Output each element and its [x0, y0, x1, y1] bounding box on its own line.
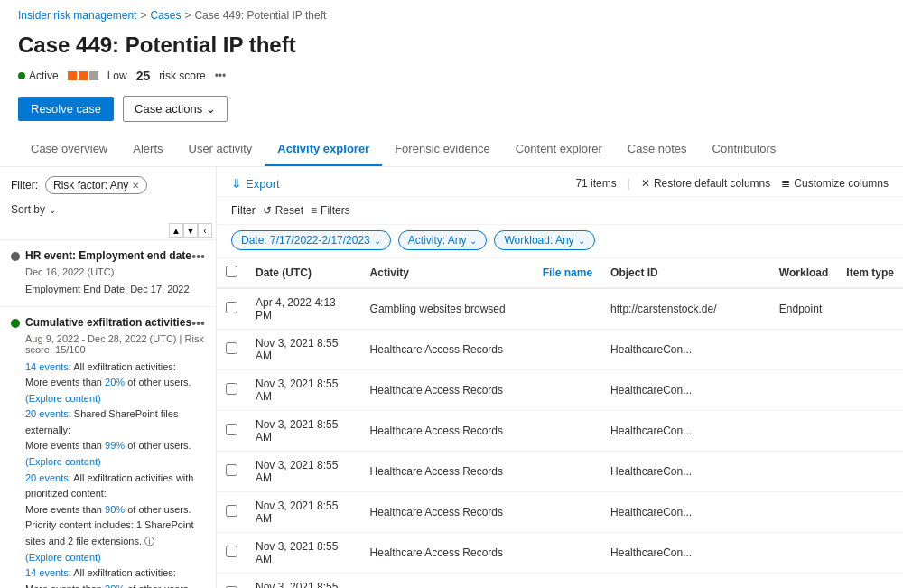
row-checkbox-cell[interactable] — [217, 288, 247, 330]
row-itemtype — [837, 492, 903, 533]
date-filter-pill[interactable]: Date: 7/17/2022-2/17/2023 ⌄ — [231, 230, 391, 250]
row-activity: Healthcare Access Records — [361, 452, 534, 492]
explore-content-link-1[interactable]: (Explore content) — [25, 393, 101, 404]
chevron-down-icon: ⌄ — [578, 236, 585, 246]
scroll-down-button[interactable]: ▼ — [183, 223, 198, 238]
row-checkbox[interactable] — [226, 505, 237, 517]
tab-activity-explorer[interactable]: Activity explorer — [265, 133, 382, 166]
row-activity: Healthcare Access Records — [361, 492, 534, 533]
row-date: Apr 4, 2022 4:13 PM — [247, 288, 361, 330]
page-title: Case 449: Potential IP theft — [0, 27, 903, 65]
tab-alerts[interactable]: Alerts — [120, 133, 175, 166]
more-options-icon[interactable]: ••• — [191, 249, 205, 264]
restore-columns-button[interactable]: ✕ Restore default columns — [641, 177, 770, 190]
event-meta: Aug 9, 2022 - Dec 28, 2022 (UTC) | Risk … — [11, 331, 205, 359]
row-filename — [534, 411, 601, 452]
breadcrumb-current: Case 449: Potential IP theft — [194, 9, 326, 22]
row-activity: Healthcare Access Records — [361, 533, 534, 574]
activity-filter-pill[interactable]: Activity: Any ⌄ — [398, 230, 488, 250]
itemtype-column-header[interactable]: Item type — [837, 258, 903, 288]
download-icon: ⇓ — [231, 176, 242, 191]
row-checkbox[interactable] — [226, 383, 237, 395]
reset-button[interactable]: ↺ Reset — [263, 204, 303, 217]
row-workload — [770, 533, 837, 574]
chevron-down-icon: ⌄ — [374, 236, 381, 246]
exfil-line-8: 14 events: All exfiltration activities: — [25, 567, 176, 578]
tab-content-explorer[interactable]: Content explorer — [503, 133, 615, 166]
export-button[interactable]: ⇓ Export — [231, 176, 280, 191]
tab-contributors[interactable]: Contributors — [700, 133, 789, 166]
customize-columns-button[interactable]: ≣ Customize columns — [781, 177, 889, 190]
row-checkbox[interactable] — [226, 424, 237, 435]
sort-bar[interactable]: Sort by ⌄ — [0, 200, 216, 223]
exfil-line-7: Priority content includes: 1 SharePoint … — [25, 519, 194, 546]
case-actions-button[interactable]: Case actions ⌄ — [123, 96, 228, 122]
row-checkbox-cell[interactable] — [217, 411, 247, 452]
more-options-icon[interactable]: ••• — [191, 316, 205, 331]
select-all-checkbox[interactable] — [226, 266, 237, 277]
list-item: Cumulative exfiltration activities ••• A… — [0, 307, 216, 589]
row-checkbox[interactable] — [226, 464, 237, 476]
close-icon[interactable]: ✕ — [132, 181, 139, 191]
event-detail: Employment End Date: Dec 17, 2022 — [11, 282, 205, 297]
scroll-up-button[interactable]: ▲ — [169, 223, 183, 238]
row-itemtype — [837, 330, 903, 370]
select-all-header[interactable] — [217, 258, 247, 288]
row-objectid: HealthcareCon... — [601, 452, 770, 492]
row-workload — [770, 492, 837, 533]
activity-column-header[interactable]: Activity — [361, 258, 534, 288]
row-itemtype — [837, 452, 903, 492]
export-label: Export — [246, 177, 280, 191]
left-panel: Filter: Risk factor: Any ✕ Sort by ⌄ ▲ ▼… — [0, 167, 217, 588]
tab-user-activity[interactable]: User activity — [176, 133, 265, 166]
objectid-column-header[interactable]: Object ID — [601, 258, 770, 288]
row-checkbox-cell[interactable] — [217, 574, 247, 589]
row-activity: Healthcare Access Records — [361, 411, 534, 452]
table-row: Nov 3, 2021 8:55 AM Healthcare Access Re… — [217, 574, 903, 589]
list-item: HR event: Employment end date ••• Dec 16… — [0, 240, 216, 307]
risk-factor-filter-chip[interactable]: Risk factor: Any ✕ — [45, 176, 147, 194]
row-workload — [770, 330, 837, 370]
resolve-case-button[interactable]: Resolve case — [18, 97, 114, 121]
tab-case-notes[interactable]: Case notes — [615, 133, 700, 166]
events-list: HR event: Employment end date ••• Dec 16… — [0, 240, 216, 588]
row-checkbox-cell[interactable] — [217, 330, 247, 370]
workload-filter-pill[interactable]: Workload: Any ⌄ — [494, 230, 594, 250]
row-checkbox[interactable] — [226, 546, 237, 557]
filters-button[interactable]: ≡ Filters — [311, 204, 350, 217]
explore-content-link-3[interactable]: (Explore content) — [25, 552, 101, 563]
tab-bar: Case overview Alerts User activity Activ… — [0, 133, 903, 167]
row-filename — [534, 574, 601, 589]
more-options-icon[interactable]: ••• — [215, 70, 227, 82]
tab-forensic-evidence[interactable]: Forensic evidence — [382, 133, 503, 166]
filename-column-header[interactable]: File name — [534, 258, 601, 288]
activity-table: Date (UTC) Activity File name Object ID … — [217, 258, 903, 588]
filter-chip-label: Risk factor: Any — [53, 179, 128, 191]
exfil-line-4: More events than 99% of other users. — [25, 440, 191, 451]
row-checkbox-cell[interactable] — [217, 492, 247, 533]
row-objectid: HealthcareCon... — [601, 370, 770, 411]
row-checkbox[interactable] — [226, 342, 237, 354]
status-active-label: Active — [29, 70, 59, 82]
row-date: Nov 3, 2021 8:55 AM — [247, 533, 361, 574]
explore-content-link-2[interactable]: (Explore content) — [25, 456, 101, 467]
row-itemtype — [837, 370, 903, 411]
collapse-panel-button[interactable]: ‹ — [198, 223, 212, 238]
event-body: 14 events: All exfiltration activities: … — [11, 359, 205, 589]
workload-column-header[interactable]: Workload — [770, 258, 837, 288]
chevron-down-icon: ⌄ — [49, 205, 56, 215]
reset-label: Reset — [275, 204, 303, 217]
right-panel: ⇓ Export 71 items | ✕ Restore default co… — [217, 167, 903, 588]
tab-case-overview[interactable]: Case overview — [18, 133, 120, 166]
row-objectid: HealthcareCon... — [601, 411, 770, 452]
date-column-header[interactable]: Date (UTC) — [247, 258, 361, 288]
breadcrumb-insider-risk[interactable]: Insider risk management — [18, 9, 136, 22]
status-dot — [18, 72, 25, 79]
row-checkbox-cell[interactable] — [217, 533, 247, 574]
risk-score-value: 25 — [136, 69, 151, 83]
exfil-line-1: 14 events: All exfiltration activities: — [25, 361, 176, 372]
row-checkbox-cell[interactable] — [217, 452, 247, 492]
row-checkbox[interactable] — [226, 302, 237, 313]
breadcrumb-cases[interactable]: Cases — [150, 9, 181, 22]
row-checkbox-cell[interactable] — [217, 370, 247, 411]
